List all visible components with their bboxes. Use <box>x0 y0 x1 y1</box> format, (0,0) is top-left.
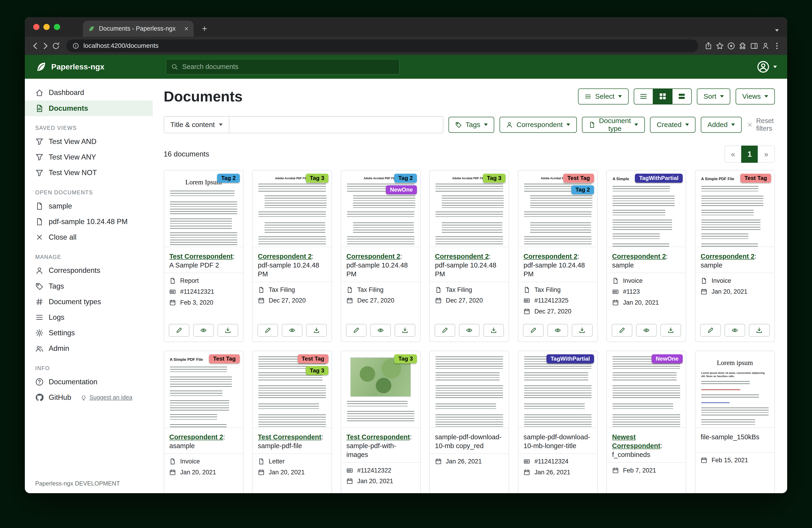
download-document-button[interactable] <box>218 324 238 337</box>
new-tab-button[interactable]: + <box>202 24 207 34</box>
document-title[interactable]: sample-pdf-download-10-mb copy_red <box>435 433 502 449</box>
maximize-window-button[interactable] <box>54 24 60 30</box>
forward-icon[interactable] <box>41 42 50 50</box>
document-type-filter-button[interactable]: Document type <box>582 117 645 133</box>
edit-document-button[interactable] <box>700 324 721 337</box>
url-bar[interactable]: localhost:4200/documents <box>67 40 698 53</box>
document-thumbnail[interactable]: A Simple PDF FileTest Tag <box>164 351 243 428</box>
document-thumbnail[interactable]: Adobe Acrobat PDF FilesTest TagTag 2 <box>518 170 597 247</box>
document-correspondent-link[interactable]: Newest Correspondent <box>612 433 661 449</box>
document-correspondent-link[interactable]: Correspondent 2 <box>258 253 312 260</box>
document-correspondent-link[interactable]: Correspondent 2 <box>700 253 754 260</box>
view-document-button[interactable] <box>459 324 480 337</box>
edit-document-button[interactable] <box>523 324 543 337</box>
saved-view-test-view-any[interactable]: Test View ANY <box>25 149 153 165</box>
document-thumbnail[interactable]: Lorem IpsumTag 2 <box>164 170 243 247</box>
edit-document-button[interactable] <box>346 324 366 337</box>
document-correspondent-link[interactable]: Correspondent 2 <box>169 433 223 441</box>
reset-filters-button[interactable]: Reset filters <box>747 117 774 132</box>
sort-button[interactable]: Sort <box>697 88 730 104</box>
tag-badge[interactable]: Tag 3 <box>306 366 329 375</box>
document-correspondent-link[interactable]: Test Correspondent <box>169 253 233 260</box>
download-document-button[interactable] <box>395 324 415 337</box>
correspondent-filter-button[interactable]: Correspondent <box>499 117 577 133</box>
bookmark-star-icon[interactable] <box>716 42 724 50</box>
view-document-button[interactable] <box>370 324 391 337</box>
download-document-button[interactable] <box>572 324 592 337</box>
manage-document-types[interactable]: Document types <box>25 294 153 310</box>
pagination-page-1-button[interactable]: 1 <box>741 146 758 163</box>
tag-badge[interactable]: Tag 3 <box>483 174 506 183</box>
manage-settings[interactable]: Settings <box>25 325 153 341</box>
close-window-button[interactable] <box>33 24 40 30</box>
manage-admin[interactable]: Admin <box>25 341 153 356</box>
document-title[interactable]: sample-pdf-download-10-mb-longer-title <box>523 433 590 449</box>
detail-view-button[interactable] <box>672 88 692 104</box>
added-filter-button[interactable]: Added <box>701 117 742 133</box>
back-icon[interactable] <box>31 42 40 50</box>
tag-badge[interactable]: Tag 2 <box>571 185 594 194</box>
tag-badge[interactable]: Tag 3 <box>306 174 329 183</box>
created-filter-button[interactable]: Created <box>650 117 695 133</box>
suggest-idea-link[interactable]: Suggest an idea <box>81 394 132 401</box>
tag-badge[interactable]: Test Tag <box>298 354 329 363</box>
document-correspondent-link[interactable]: Correspondent 2 <box>435 253 489 260</box>
view-document-button[interactable] <box>193 324 214 337</box>
view-document-button[interactable] <box>724 324 745 337</box>
tag-badge[interactable]: Test Tag <box>740 174 771 183</box>
download-document-button[interactable] <box>661 324 681 337</box>
edit-document-button[interactable] <box>612 324 632 337</box>
document-thumbnail[interactable]: Adobe Acrobat PDF FilesTag 3 <box>430 170 509 247</box>
status-badge-icon[interactable] <box>727 42 735 50</box>
info-github[interactable]: GitHubSuggest an idea <box>25 390 153 405</box>
minimize-window-button[interactable] <box>43 24 50 30</box>
split-view-icon[interactable] <box>750 42 758 50</box>
tag-badge[interactable]: Tag 3 <box>394 354 417 363</box>
manage-tags[interactable]: Tags <box>25 279 153 294</box>
tag-badge[interactable]: TagWithPartial <box>547 354 594 363</box>
document-thumbnail[interactable] <box>430 351 509 428</box>
edit-document-button[interactable] <box>435 324 455 337</box>
user-menu[interactable] <box>757 61 777 73</box>
document-thumbnail[interactable]: Tag 3 <box>341 351 420 428</box>
open-document-pdf-sample-10-24-48-pm[interactable]: pdf-sample 10.24.48 PM <box>25 214 153 229</box>
document-thumbnail[interactable]: Adobe Acrobat PDF FilesTag 2NewOne <box>341 170 420 247</box>
tag-badge[interactable]: Tag 2 <box>217 174 240 183</box>
document-thumbnail[interactable]: A SimpleTagWithPartial <box>607 170 686 247</box>
tag-badge[interactable]: Test Tag <box>563 174 594 183</box>
open-document-sample[interactable]: sample <box>25 198 153 214</box>
sidebar-item-documents[interactable]: Documents <box>25 101 153 116</box>
document-correspondent-link[interactable]: Test Correspondent <box>346 433 410 441</box>
tag-badge[interactable]: Tag 2 <box>394 174 417 183</box>
tag-badge[interactable]: Test Tag <box>209 354 240 363</box>
search-input[interactable] <box>182 63 394 71</box>
pagination-next-button[interactable]: » <box>758 146 775 163</box>
tab-close-icon[interactable]: × <box>184 25 188 33</box>
document-thumbnail[interactable]: Adobe Acrobat PDF FilesTag 3 <box>252 170 332 247</box>
tags-filter-button[interactable]: Tags <box>449 117 494 133</box>
saved-view-test-view-not[interactable]: Test View NOT <box>25 165 153 181</box>
sidebar-item-dashboard[interactable]: Dashboard <box>25 85 153 101</box>
tab-search-icon[interactable] <box>775 29 779 32</box>
views-button[interactable]: Views <box>736 88 775 104</box>
app-brand[interactable]: Paperless-ngx <box>35 61 166 72</box>
download-document-button[interactable] <box>749 324 769 337</box>
document-thumbnail[interactable]: A Simple PDF FileTest Tag <box>695 170 774 247</box>
site-info-icon[interactable] <box>72 42 79 49</box>
reload-icon[interactable] <box>52 42 60 50</box>
download-document-button[interactable] <box>306 324 327 337</box>
pagination-prev-button[interactable]: « <box>724 146 742 163</box>
document-correspondent-link[interactable]: Correspondent 2 <box>523 253 577 260</box>
tag-badge[interactable]: TagWithPartial <box>635 174 682 183</box>
list-view-button[interactable] <box>634 88 653 104</box>
tag-badge[interactable]: NewOne <box>652 354 683 363</box>
document-correspondent-link[interactable]: Correspondent 2 <box>612 253 666 260</box>
document-thumbnail[interactable]: TagWithPartial <box>518 351 597 428</box>
open-documents-close-all[interactable]: Close all <box>25 230 153 245</box>
saved-view-test-view-and[interactable]: Test View AND <box>25 134 153 149</box>
tag-badge[interactable]: NewOne <box>386 185 417 194</box>
filter-field-selector[interactable]: Title & content <box>164 116 229 133</box>
document-correspondent-link[interactable]: Test Correspondent <box>258 433 321 441</box>
edit-document-button[interactable] <box>258 324 278 337</box>
menu-kebab-icon[interactable] <box>773 42 781 50</box>
